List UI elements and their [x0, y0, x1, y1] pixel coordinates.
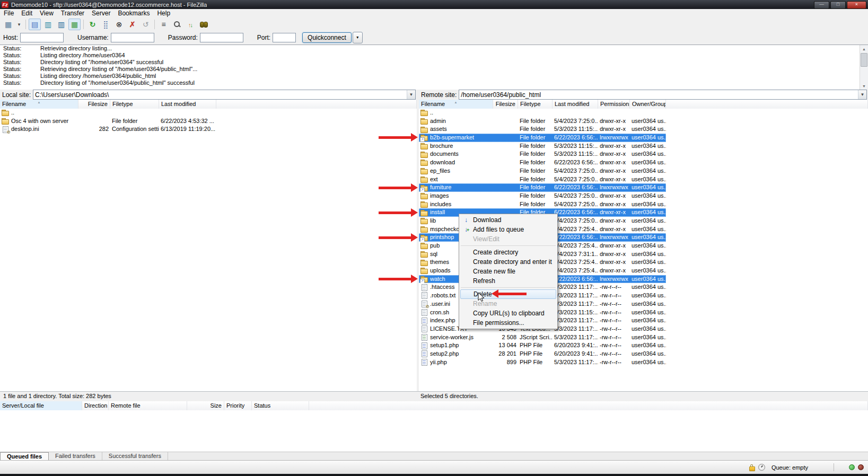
local-tree-toggle-icon[interactable]: ▥: [42, 19, 54, 30]
tab-successful-transfers[interactable]: Successful transfers: [102, 452, 168, 461]
menu-transfer[interactable]: Transfer: [57, 9, 88, 18]
column-header-direction[interactable]: Direction: [82, 401, 109, 410]
filename-text: .htaccess: [430, 283, 454, 292]
site-manager-dropdown-icon[interactable]: ▾: [15, 19, 23, 30]
context-menu-item-download[interactable]: Download↓: [459, 215, 557, 225]
quickconnect-dropdown-icon[interactable]: ▾: [353, 32, 363, 43]
context-menu-item-file-permissions-[interactable]: File permissions...: [459, 318, 557, 328]
file-row--[interactable]: ..: [419, 109, 666, 117]
menu-file[interactable]: File: [0, 9, 17, 18]
file-row-ext[interactable]: extFile folder5/4/2023 7:25:0...drwxr-xr…: [419, 175, 666, 184]
column-header-filename[interactable]: Filename▲: [419, 100, 493, 109]
port-input[interactable]: [273, 33, 296, 42]
column-header-filesize[interactable]: Filesize: [78, 100, 110, 109]
cancel-icon[interactable]: ⊗: [113, 19, 125, 30]
password-input[interactable]: [200, 33, 243, 42]
username-input[interactable]: [111, 33, 154, 42]
file-row-images[interactable]: imagesFile folder5/4/2023 7:25:0...drwxr…: [419, 192, 666, 200]
column-header-filesize[interactable]: Filesize: [493, 100, 518, 109]
remote-path-combobox[interactable]: /home/user0364/public_html ▼: [459, 90, 867, 100]
message-log: Status:Retrieving directory listing...St…: [0, 45, 868, 91]
file-row-download[interactable]: downloadFile folder6/22/2023 6:56:...drw…: [419, 158, 666, 167]
file-row-osc-4-with-own-server[interactable]: Osc 4 with own serverFile folder6/22/202…: [0, 117, 417, 126]
queue-toggle-icon[interactable]: ▦: [68, 19, 81, 30]
file-row-b2b-supermarket[interactable]: ↗b2b-supermarketFile folder6/22/2023 6:5…: [419, 134, 666, 142]
column-header-priority[interactable]: Priority: [224, 401, 252, 410]
filename-cell: includes: [419, 200, 493, 209]
menu-server[interactable]: Server: [88, 9, 114, 18]
close-button[interactable]: ×: [847, 1, 866, 9]
filename-text: assets: [430, 125, 447, 134]
context-menu-item-create-new-file[interactable]: Create new file: [459, 267, 557, 276]
file-row-desktop-ini[interactable]: ⚙desktop.ini282Configuration setti...6/1…: [0, 125, 417, 134]
cell: File folder: [518, 125, 553, 134]
find-icon[interactable]: [197, 19, 209, 30]
filename-cell: assets: [419, 125, 493, 134]
scroll-up-icon[interactable]: ▲: [860, 45, 868, 53]
refresh-icon[interactable]: ↻: [86, 19, 99, 30]
minimize-button[interactable]: —: [814, 1, 829, 9]
menu-help[interactable]: Help: [153, 9, 174, 18]
context-menu-item-refresh[interactable]: Refresh: [459, 276, 557, 286]
log-scrollbar[interactable]: ▲ ▼: [860, 45, 868, 90]
chevron-down-icon[interactable]: ▼: [858, 90, 866, 99]
tab-failed-transfers[interactable]: Failed transfers: [49, 452, 102, 461]
file-row-admin[interactable]: adminFile folder5/4/2023 7:25:0...drwxr-…: [419, 117, 666, 126]
cell: PHP File: [518, 341, 553, 350]
site-manager-icon[interactable]: ▦: [2, 19, 14, 30]
column-header-last-modified[interactable]: Last modified: [159, 100, 216, 109]
file-row-includes[interactable]: includesFile folder5/4/2023 7:25:0...drw…: [419, 200, 666, 209]
remote-tree-toggle-icon[interactable]: ▥: [55, 19, 67, 30]
process-queue-icon[interactable]: ⣿: [100, 19, 112, 30]
column-header-server-local-file[interactable]: Server/Local file: [0, 401, 82, 410]
file-row--[interactable]: ..: [0, 109, 417, 117]
context-menu-item-copy-url-s-to-clipboard[interactable]: Copy URL(s) to clipboard: [459, 308, 557, 318]
cell: user0364 us...: [630, 158, 666, 167]
local-pane: Local site: C:\Users\user\Downloads\ ▼ F…: [0, 90, 417, 391]
file-row-yii-php[interactable]: yii.php899PHP File5/3/2023 11:17:...-rw-…: [419, 358, 666, 367]
host-input[interactable]: [20, 33, 64, 42]
gauge-icon: [758, 464, 765, 471]
column-header-last-modified[interactable]: Last modified: [553, 100, 598, 109]
menu-edit[interactable]: Edit: [17, 9, 36, 18]
cell: lrwxrwxrwx: [598, 275, 630, 284]
filter-icon[interactable]: ≡: [157, 19, 170, 30]
scrollbar-thumb[interactable]: [861, 53, 867, 67]
quickconnect-button[interactable]: Quickconnect: [302, 32, 352, 43]
disconnect-icon[interactable]: ✗: [126, 19, 138, 30]
message-log-toggle-icon[interactable]: ▤: [29, 19, 41, 30]
column-header-status[interactable]: Status: [252, 401, 309, 410]
chevron-down-icon[interactable]: ▼: [407, 90, 415, 99]
cell: user0364 us...: [630, 292, 666, 300]
column-header-owner-group[interactable]: Owner/Group: [630, 100, 666, 109]
reconnect-icon[interactable]: ↺: [139, 19, 152, 30]
filename-text: yii.php: [430, 358, 447, 367]
folder-icon: [420, 226, 428, 233]
column-header-remote-file[interactable]: Remote file: [109, 401, 187, 410]
file-row-setup1-php[interactable]: setup1.php13 044PHP File6/20/2023 9:41:.…: [419, 341, 666, 350]
menu-bookmarks[interactable]: Bookmarks: [114, 9, 153, 18]
context-menu-item-add-files-to-queue[interactable]: Add files to queue↓+: [459, 225, 557, 234]
file-row-assets[interactable]: assetsFile folder5/3/2023 11:15:...drwxr…: [419, 125, 666, 134]
context-menu-item-create-directory-and-enter-it[interactable]: Create directory and enter it: [459, 257, 557, 267]
file-row-service-worker-js[interactable]: service-worker.js2 508JScript Scri...5/3…: [419, 333, 666, 342]
column-header-filename[interactable]: Filename▲: [0, 100, 78, 109]
file-row-ep-files[interactable]: ep_filesFile folder5/4/2023 7:25:0...drw…: [419, 167, 666, 175]
maximize-button[interactable]: □: [830, 1, 846, 9]
file-row-furniture[interactable]: ↗furnitureFile folder6/22/2023 6:56:...l…: [419, 183, 666, 192]
file-row-brochure[interactable]: brochureFile folder5/3/2023 11:15:...drw…: [419, 142, 666, 151]
local-site-label: Local site:: [0, 91, 33, 99]
context-menu-item-create-directory[interactable]: Create directory: [459, 248, 557, 257]
scroll-down-icon[interactable]: ▼: [860, 82, 868, 90]
local-path-combobox[interactable]: C:\Users\user\Downloads\ ▼: [33, 90, 416, 100]
column-header-filetype[interactable]: Filetype: [110, 100, 159, 109]
column-header-permissions[interactable]: Permissions: [598, 100, 630, 109]
compare-icon[interactable]: [171, 19, 183, 30]
sync-browsing-icon[interactable]: ↑↓: [184, 19, 196, 30]
column-header-size[interactable]: Size: [187, 401, 224, 410]
column-header-filetype[interactable]: Filetype: [518, 100, 553, 109]
menu-view[interactable]: View: [36, 9, 57, 18]
file-row-setup2-php[interactable]: setup2.php28 201PHP File6/20/2023 9:41:.…: [419, 350, 666, 358]
file-row-documents[interactable]: documentsFile folder5/3/2023 11:15:...dr…: [419, 150, 666, 158]
tab-queued-files[interactable]: Queued files: [0, 452, 49, 461]
